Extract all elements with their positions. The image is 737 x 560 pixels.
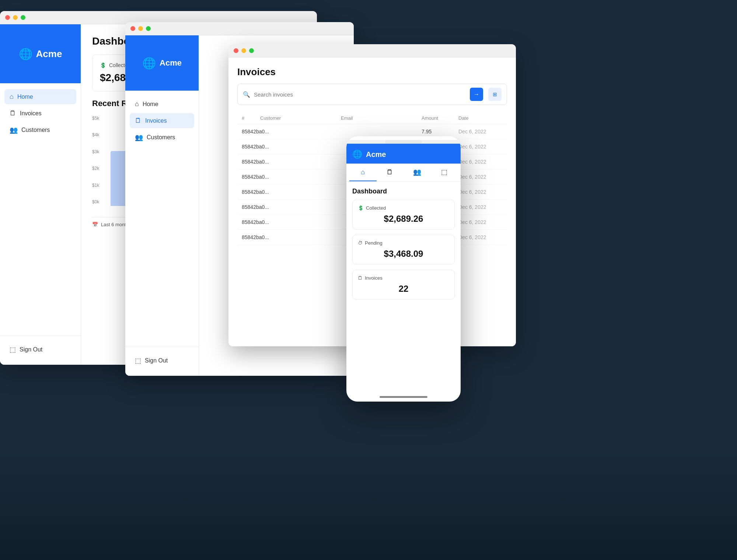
sidebar-bottom-back: ⬚ Sign Out	[0, 336, 81, 365]
col-hash: #	[242, 115, 260, 121]
sidebar-bottom-mid: ⬚ Sign Out	[125, 347, 199, 376]
row-id: 85842ba0...	[242, 159, 260, 165]
row-id: 85842ba0...	[242, 189, 260, 195]
sidebar-logo-mid: 🌐 Acme	[125, 35, 199, 91]
home-icon-mid: ⌂	[135, 100, 139, 108]
close-button-3[interactable]	[234, 48, 238, 53]
customers-label-back: Customers	[21, 127, 50, 133]
maximize-button-2[interactable]	[146, 26, 151, 31]
phone-collected-card: 💲 Collected $2,689.26	[352, 200, 455, 230]
home-label-mid: Home	[143, 101, 158, 108]
bg-gradient	[0, 449, 737, 560]
sidebar-mid: 🌐 Acme ⌂ Home 🗒 Invoices 👥 Customers	[125, 35, 199, 376]
signout-icon-back: ⬚	[10, 346, 16, 354]
search-button[interactable]: →	[470, 88, 483, 101]
phone-collected-label: 💲 Collected	[358, 205, 449, 211]
phone-nav-signout[interactable]: ⬚	[431, 164, 458, 181]
sidebar-nav-mid: ⌂ Home 🗒 Invoices 👥 Customers	[125, 91, 199, 347]
row-id: 85842ba0...	[242, 204, 260, 210]
sidebar-item-customers-back[interactable]: 👥 Customers	[4, 122, 76, 138]
sidebar-item-home-mid[interactable]: ⌂ Home	[130, 97, 194, 112]
home-icon-back: ⌂	[10, 93, 14, 101]
phone-window: 🌐 Acme ⌂ 🗒 👥 ⬚ Dashboard 💲 Collected $2,…	[346, 136, 461, 402]
row-id: 85842ba0...	[242, 144, 260, 150]
invoices-label-mid: Invoices	[145, 118, 167, 124]
phone-body: Dashboard 💲 Collected $2,689.26 ⏱ Pendin…	[346, 182, 461, 311]
phone-nav-bar: ⌂ 🗒 👥 ⬚	[346, 164, 461, 182]
search-bar[interactable]: 🔍 → ⊞	[237, 84, 507, 105]
phone-pending-card: ⏱ Pending $3,468.09	[352, 235, 455, 265]
titlebar-2	[125, 22, 354, 35]
row-date: Dec 6, 2022	[458, 144, 503, 150]
phone-nav-customers[interactable]: 👥	[404, 164, 431, 181]
phone-invoices-card: 🗒 Invoices 22	[352, 270, 455, 300]
close-button-2[interactable]	[130, 26, 135, 31]
dollar-icon-back: 💲	[100, 62, 106, 68]
customers-label-mid: Customers	[147, 134, 175, 141]
row-date: Dec 6, 2022	[458, 159, 503, 165]
search-icon: 🔍	[243, 91, 250, 98]
phone-invoices-value: 22	[358, 284, 449, 294]
titlebar-3	[228, 44, 516, 57]
sidebar-item-customers-mid[interactable]: 👥 Customers	[130, 130, 194, 145]
sign-out-label-mid: Sign Out	[145, 357, 168, 364]
customers-icon-mid: 👥	[135, 133, 143, 141]
row-date: Dec 6, 2022	[458, 189, 503, 195]
phone-nav-invoices[interactable]: 🗒	[377, 164, 404, 181]
row-id: 85842ba0...	[242, 174, 260, 180]
chart-y-labels-back: $5k $4k $3k $2k $1k $0k	[92, 114, 99, 206]
calendar-icon-back: 📅	[92, 222, 98, 227]
table-header: # Customer Email Amount Date	[237, 112, 507, 124]
app-name-back: Acme	[36, 48, 62, 60]
filter-button[interactable]: ⊞	[488, 88, 502, 101]
globe-icon: 🌐	[19, 48, 32, 60]
filter-icon: ⊞	[493, 91, 497, 97]
phone-dollar-icon: 💲	[358, 205, 364, 211]
phone-globe-icon: 🌐	[352, 150, 362, 159]
phone-pending-label: ⏱ Pending	[358, 240, 449, 246]
phone-invoices-icon: 🗒	[358, 275, 363, 281]
minimize-button-3[interactable]	[241, 48, 246, 53]
maximize-button[interactable]	[21, 15, 25, 20]
col-date: Date	[458, 115, 503, 121]
phone-dashboard-title: Dashboard	[352, 188, 455, 195]
row-date: Dec 6, 2022	[458, 234, 503, 240]
minimize-button-2[interactable]	[138, 26, 143, 31]
invoices-icon-back: 🗒	[10, 109, 16, 117]
close-button[interactable]	[5, 15, 10, 20]
globe-icon-mid: 🌐	[142, 57, 156, 70]
signout-icon-mid: ⬚	[135, 357, 141, 365]
phone-collected-value: $2,689.26	[358, 214, 449, 224]
row-amount: 7.95	[422, 129, 458, 134]
row-date: Dec 6, 2022	[458, 204, 503, 210]
maximize-button-3[interactable]	[249, 48, 254, 53]
sidebar-item-home-back[interactable]: ⌂ Home	[4, 89, 76, 104]
phone-app-name: Acme	[366, 150, 386, 159]
col-email: Email	[341, 115, 422, 121]
phone-clock-icon: ⏱	[358, 240, 363, 246]
sidebar-item-invoices-mid[interactable]: 🗒 Invoices	[130, 113, 194, 128]
minimize-button[interactable]	[13, 15, 18, 20]
row-date: Dec 6, 2022	[458, 129, 503, 134]
arrow-icon: →	[474, 91, 479, 98]
sidebar-back: 🌐 Acme ⌂ Home 🗒 Invoices 👥 Customers	[0, 24, 81, 365]
search-input[interactable]	[254, 91, 466, 98]
sidebar-logo-back: 🌐 Acme	[0, 24, 81, 83]
phone-nav-home[interactable]: ⌂	[349, 164, 377, 181]
sidebar-nav-back: ⌂ Home 🗒 Invoices 👥 Customers	[0, 83, 81, 336]
phone-home-indicator	[380, 396, 427, 398]
row-date: Dec 6, 2022	[458, 174, 503, 180]
invoices-title: Invoices	[237, 66, 507, 78]
invoices-icon-mid: 🗒	[135, 117, 142, 125]
row-id: 85842ba0...	[242, 129, 260, 134]
invoices-label-back: Invoices	[20, 110, 42, 117]
phone-pending-value: $3,468.09	[358, 249, 449, 259]
row-id: 85842ba0...	[242, 219, 260, 225]
customers-icon-back: 👥	[10, 126, 18, 134]
col-amount: Amount	[422, 115, 458, 121]
phone-invoices-label: 🗒 Invoices	[358, 275, 449, 281]
sidebar-item-invoices-back[interactable]: 🗒 Invoices	[4, 106, 76, 121]
app-name-mid: Acme	[160, 58, 182, 68]
sign-out-mid[interactable]: ⬚ Sign Out	[130, 353, 194, 368]
sign-out-back[interactable]: ⬚ Sign Out	[4, 342, 76, 357]
